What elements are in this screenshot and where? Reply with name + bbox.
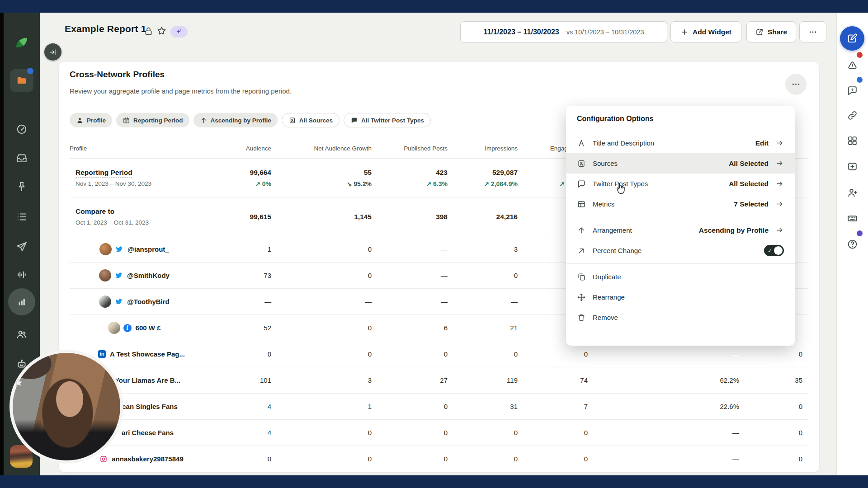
metric-cell: 0 (271, 315, 372, 341)
metric-cell: — (372, 289, 448, 314)
metric-cell: 73 (187, 263, 271, 288)
profile-cell[interactable]: @SmithKody (70, 263, 187, 288)
people-icon (16, 328, 28, 340)
rail-item-add-widget-rail[interactable] (844, 158, 860, 174)
rail-item-quick-replies[interactable] (844, 82, 860, 99)
lock-icon (144, 27, 153, 36)
rail-item-compose[interactable] (840, 26, 864, 51)
popup-item-arrangement[interactable]: ArrangementAscending by Profile (566, 220, 795, 240)
profile-cell[interactable]: f600 W £ (70, 315, 187, 341)
table-row: rican Singles Fans41031722.6%0 (70, 394, 808, 420)
metric-cell: — (271, 289, 372, 314)
filter-chip-all-twitter-post-types[interactable]: All Twitter Post Types (344, 113, 431, 127)
popup-item-title-and-description[interactable]: Title and DescriptionEdit (566, 133, 795, 153)
sidebar-item-sprout-logo[interactable] (14, 35, 30, 51)
column-header[interactable]: Impressions (448, 141, 518, 152)
star-icon[interactable] (14, 378, 24, 389)
table-row: Your Llamas Are B...1013271197462.2%35 (70, 367, 808, 394)
arrow-right-icon (775, 226, 784, 235)
metric-cell: 529,087↗ 2,084.9% (448, 159, 518, 197)
calendar-icon (123, 117, 130, 124)
folder-icon (16, 75, 28, 86)
widget-menu-button[interactable] (785, 74, 807, 95)
column-header[interactable]: Published Posts (372, 141, 448, 152)
profile-cell[interactable]: @ToothyBird (70, 289, 187, 314)
notification-dot (856, 230, 863, 237)
collapse-icon (49, 48, 57, 56)
popup-item-remove[interactable]: Remove (566, 307, 795, 328)
star-outline-icon[interactable] (156, 26, 167, 36)
popup-item-duplicate[interactable]: Duplicate (566, 267, 795, 287)
rail-item-apps[interactable] (844, 132, 860, 149)
column-header[interactable]: Profile (70, 141, 187, 152)
sidebar-item-audience[interactable] (14, 326, 30, 343)
inbox-icon (16, 152, 28, 164)
linkedin-icon: in (98, 350, 106, 358)
person-icon (76, 117, 84, 124)
add-widget-button[interactable]: Add Widget (670, 21, 741, 42)
rail-item-keyboard-shortcuts[interactable] (844, 210, 860, 226)
table-row: annasbakery2987584900000—0 (70, 446, 808, 472)
rail-item-help[interactable] (844, 236, 860, 252)
popup-section: DuplicateRearrangeRemove (566, 264, 795, 330)
popup-item-rearrange[interactable]: Rearrange (566, 287, 795, 307)
metric-cell: 398 (372, 197, 448, 236)
popup-item-twitter-post-types[interactable]: Twitter Post TypesAll Selected (566, 174, 795, 194)
sidebar-item-tasks[interactable] (14, 209, 30, 225)
metric-cell: 0 (187, 446, 271, 472)
filter-chip-ascending-by-profile[interactable]: Ascending by Profile (193, 113, 278, 127)
column-header[interactable]: Audience (187, 141, 271, 152)
sidebar-item-dashboard[interactable] (14, 121, 30, 137)
rail-item-links[interactable] (844, 107, 860, 123)
sidebar-collapse-button[interactable] (44, 43, 61, 61)
filter-chip-profile[interactable]: Profile (70, 113, 112, 127)
link-icon (847, 110, 858, 121)
popup-item-metrics[interactable]: Metrics7 Selected (566, 194, 795, 214)
avatar (99, 296, 111, 308)
sidebar-item-folders[interactable] (14, 72, 30, 89)
arrow-right-icon (775, 139, 784, 147)
profile-cell[interactable]: @iansprout_ (70, 236, 187, 262)
popup-section: Title and DescriptionEditSourcesAll Sele… (566, 130, 795, 217)
sidebar-item-pinned[interactable] (14, 178, 30, 195)
filter-chip-reporting-period[interactable]: Reporting Period (116, 113, 189, 127)
metric-cell: 0 (271, 236, 372, 262)
date-range-button[interactable]: 11/1/2023 – 11/30/2023 vs 10/1/2023 – 10… (460, 21, 667, 42)
table-row: ari Cheese Fans40000—0 (70, 420, 808, 446)
sidebar-item-reports[interactable] (14, 294, 30, 310)
ai-assist-badge[interactable] (170, 26, 188, 38)
sidebar-item-inbox[interactable] (14, 150, 30, 166)
column-header[interactable]: Net Audience Growth (271, 141, 372, 152)
rail-item-alerts[interactable] (844, 57, 860, 74)
alert-icon (847, 60, 858, 71)
metric-cell: 0 (187, 341, 271, 367)
lock-icon (144, 27, 153, 36)
metric-cell: 1 (187, 236, 271, 262)
plus-icon (680, 28, 689, 36)
profile-name: @iansprout_ (127, 245, 169, 253)
more-options-button[interactable] (799, 21, 826, 42)
share-button[interactable]: Share (746, 21, 796, 42)
widget-description: Review your aggregate profile and page m… (70, 87, 292, 95)
filter-chip-all-sources[interactable]: All Sources (282, 113, 340, 127)
metric-cell: 99,615 (187, 197, 271, 236)
trend-up-icon (577, 246, 586, 255)
speech-filled-icon (350, 117, 358, 124)
sidebar-item-publishing[interactable] (14, 239, 30, 255)
metric-cell: 3 (271, 367, 372, 393)
popup-item-sources[interactable]: SourcesAll Selected (566, 153, 795, 174)
metric-cell: 0 (372, 420, 448, 446)
percent-change: ↗ 0% (255, 180, 271, 188)
metric-cell: 0 (271, 446, 372, 472)
speech-icon (577, 179, 586, 188)
percent-change-toggle[interactable]: ✓ (764, 245, 784, 256)
row-label: Compare toOct 1, 2023 – Oct 31, 2023 (70, 197, 187, 236)
metric-cell: 0 (739, 446, 802, 472)
popup-item-percent-change[interactable]: Percent Change✓ (566, 240, 795, 261)
trash-icon (577, 313, 586, 322)
profile-name: Your Llamas Are B... (115, 376, 180, 384)
sidebar-item-listening[interactable] (14, 267, 30, 283)
rail-item-invite[interactable] (844, 184, 860, 201)
mouse-pointer-icon (614, 182, 627, 195)
arrow-right-icon (775, 200, 784, 208)
